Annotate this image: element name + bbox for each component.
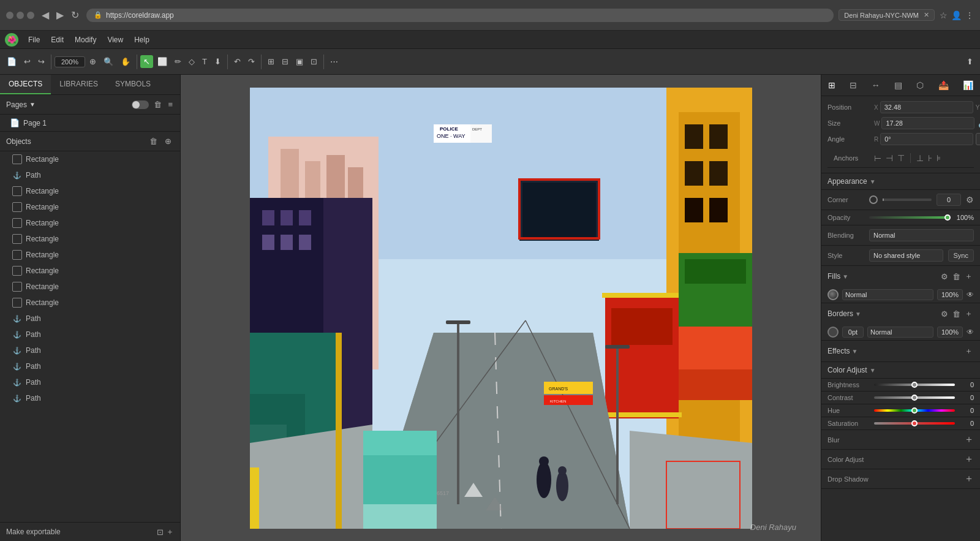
export-scene-btn[interactable]: ⊡ [157,526,164,537]
delete-page-btn[interactable]: 🗑 [153,99,163,110]
obj-rectangle-6[interactable]: Rectangle [0,247,180,263]
border-visibility-btn[interactable]: 👁 [967,328,974,336]
style-select[interactable]: No shared style [869,249,943,262]
pages-toggle[interactable] [132,100,149,109]
export-btn[interactable]: ⬆ [963,55,976,68]
obj-rectangle-2[interactable]: Rectangle [0,183,180,199]
properties-icon-btn[interactable]: ⊞ [826,78,837,92]
borders-add-btn[interactable]: ＋ [963,307,974,320]
obj-rectangle-8[interactable]: Rectangle [0,279,180,295]
border-opacity-input[interactable] [937,327,963,338]
canvas-area[interactable]: POLICE ONE · WAY DEPT GRAND'S KITCHEN 05… [181,75,821,541]
menu-edit[interactable]: Edit [46,34,69,46]
anchor-center-h-btn[interactable]: ⊣ [884,152,894,164]
fill-color-circle[interactable] [827,289,839,300]
add-export-btn[interactable]: ＋ [166,526,174,537]
obj-path-7[interactable]: ⚓ Path [0,390,180,406]
corner-slider[interactable] [883,199,932,201]
border-color-circle[interactable] [827,327,839,338]
obj-rectangle-1[interactable]: Rectangle [0,151,180,167]
drop-shadow-add-btn[interactable]: ＋ [964,472,974,485]
address-bar[interactable]: 🔒 https://coreldraw.app [86,9,834,22]
obj-path-3[interactable]: ⚓ Path [0,327,180,342]
saturation-slider[interactable] [874,422,955,425]
effects-add-btn[interactable]: ＋ [963,344,974,358]
delete-object-btn[interactable]: 🗑 [147,135,160,147]
brightness-slider[interactable] [874,384,955,386]
fills-delete-btn[interactable]: 🗑 [951,270,962,283]
tab-libraries[interactable]: LIBRARIES [51,75,107,94]
redo2-btn[interactable]: ↷ [245,55,258,68]
layout-icon-btn[interactable]: ▤ [892,78,904,92]
page-1-item[interactable]: 📄 Page 1 [0,115,180,131]
anchor-right-btn[interactable]: ⊤ [896,152,906,164]
close-tab-icon[interactable]: ✕ [924,11,929,19]
zoom-out-btn[interactable]: 🔍 [100,55,116,68]
opacity-slider[interactable] [869,216,948,219]
contrast-slider[interactable] [874,396,955,399]
anchor-top-btn[interactable]: ⊥ [915,152,925,164]
pan-btn[interactable]: ✋ [118,55,134,68]
zoom-input[interactable] [55,56,85,67]
fill-opacity-input[interactable] [937,289,963,300]
undo-btn[interactable]: ↩ [21,55,34,68]
obj-path-4[interactable]: ⚓ Path [0,342,180,358]
transform-button[interactable]: Transform [976,133,980,145]
obj-path-2[interactable]: ⚓ Path [0,311,180,327]
text-btn[interactable]: T [199,55,210,68]
obj-path-1[interactable]: ⚓ Path [0,167,180,183]
prototype-icon-btn[interactable]: ⬡ [914,78,925,92]
fills-add-btn[interactable]: ＋ [963,270,974,283]
color-adjust-2-add-btn[interactable]: ＋ [964,453,974,466]
obj-rectangle-7[interactable]: Rectangle [0,263,180,279]
more-tools-btn[interactable]: ⋯ [327,55,341,68]
blending-select[interactable]: Normal Multiply Screen Overlay [869,229,974,241]
menu-modify[interactable]: Modify [70,34,101,46]
fills-settings-btn[interactable]: ⚙ [940,270,949,283]
tab-objects[interactable]: OBJECTS [0,75,51,94]
x-input[interactable] [880,101,973,113]
bookmark-icon[interactable]: ☆ [940,10,948,20]
menu-dots-icon[interactable]: ⋮ [965,10,974,20]
menu-file[interactable]: File [23,34,45,46]
obj-path-6[interactable]: ⚓ Path [0,374,180,390]
border-blend-select[interactable]: Normal [867,327,933,338]
borders-delete-btn[interactable]: 🗑 [951,307,962,320]
angle-input[interactable] [880,133,973,145]
obj-path-5[interactable]: ⚓ Path [0,358,180,374]
distribute-btn[interactable]: ⊟ [279,55,292,68]
align-icon-btn[interactable]: ⊟ [848,78,859,92]
borders-settings-btn[interactable]: ⚙ [940,307,949,320]
eyedropper-btn[interactable]: ⬇ [211,55,224,68]
user-account-icon[interactable]: 👤 [951,10,962,20]
add-object-btn[interactable]: ⊕ [162,135,174,147]
shape-btn[interactable]: ⬜ [154,55,170,68]
obj-rectangle-5[interactable]: Rectangle [0,231,180,247]
w-input[interactable] [881,117,974,129]
nav-refresh-button[interactable]: ↻ [69,8,81,22]
anchor-left-btn[interactable]: ⊢ [873,152,883,164]
nav-back-button[interactable]: ◀ [39,8,51,22]
lock-aspect-btn[interactable]: 🔗 [977,118,980,128]
nav-forward-button[interactable]: ▶ [54,8,66,22]
fill-blend-select[interactable]: Normal [842,289,933,300]
corner-value-input[interactable] [937,194,961,206]
style-sync-btn[interactable]: Sync [948,249,974,262]
anchor-bottom-btn[interactable]: ⊧ [935,152,942,164]
user-badge[interactable]: Deni Rahayu-NYC-NWM ✕ [839,9,935,21]
obj-rectangle-4[interactable]: Rectangle [0,215,180,231]
zoom-in-btn[interactable]: ⊕ [86,55,99,68]
obj-rectangle-3[interactable]: Rectangle [0,199,180,215]
menu-help[interactable]: Help [129,34,154,46]
fill-visibility-btn[interactable]: 👁 [967,290,974,299]
transform-icon-btn[interactable]: ↔ [870,78,882,92]
new-document-btn[interactable]: 📄 [4,55,20,68]
border-size-input[interactable] [842,327,864,338]
menu-view[interactable]: View [102,34,128,46]
anchor-center-v-btn[interactable]: ⊦ [927,152,933,164]
obj-rectangle-9[interactable]: Rectangle [0,295,180,311]
hue-slider[interactable] [874,409,955,412]
node-btn[interactable]: ◇ [186,55,198,68]
redo-btn[interactable]: ↪ [35,55,48,68]
add-page-btn[interactable]: ≡ [167,99,174,110]
